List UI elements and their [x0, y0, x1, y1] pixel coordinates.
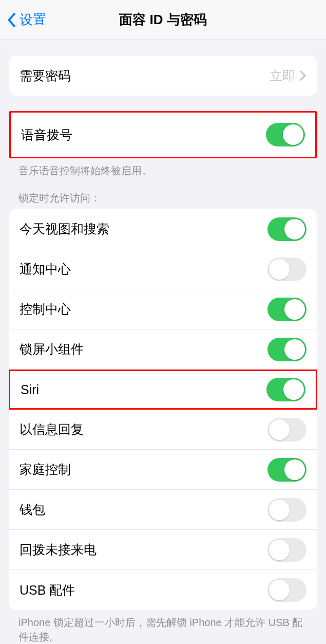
lock-row-4: Siri	[9, 370, 317, 410]
voice-dial-footer: 音乐语音控制将始终被启用。	[0, 158, 326, 178]
lock-row-0: 今天视图和搜索	[9, 209, 317, 249]
lock-row-label: 钱包	[20, 501, 45, 518]
chevron-right-icon	[299, 70, 306, 81]
lock-section-header: 锁定时允许访问：	[0, 178, 326, 209]
require-passcode-value-wrap: 立即	[270, 67, 306, 84]
lock-row-toggle[interactable]	[267, 538, 306, 562]
lock-row-2: 控制中心	[9, 289, 317, 329]
lock-row-toggle[interactable]	[266, 378, 305, 401]
toggle-knob	[284, 299, 305, 320]
lock-row-label: 控制中心	[20, 301, 71, 318]
lock-row-toggle[interactable]	[267, 418, 306, 441]
lock-row-toggle[interactable]	[267, 298, 306, 321]
back-label: 设置	[20, 11, 46, 29]
lock-row-label: 今天视图和搜索	[20, 220, 109, 237]
lock-row-toggle[interactable]	[267, 578, 306, 602]
lock-row-toggle[interactable]	[267, 257, 306, 281]
toggle-knob	[269, 500, 290, 520]
page-title: 面容 ID 与密码	[0, 11, 326, 29]
lock-row-label: 回拨未接来电	[20, 541, 97, 558]
voice-dial-label: 语音拨号	[21, 126, 72, 143]
lock-row-toggle[interactable]	[267, 458, 306, 482]
lock-row-toggle[interactable]	[267, 338, 306, 361]
lock-row-label: 家庭控制	[20, 461, 71, 478]
toggle-knob	[283, 379, 304, 400]
lock-row-label: Siri	[21, 382, 39, 397]
lock-row-toggle[interactable]	[267, 498, 306, 522]
voice-dial-highlight: 语音拨号	[9, 111, 317, 158]
lock-row-label: 锁屏小组件	[20, 341, 84, 358]
navigation-bar: 设置 面容 ID 与密码	[0, 0, 326, 40]
toggle-knob	[284, 459, 305, 480]
toggle-knob	[269, 259, 290, 280]
lock-row-7: 钱包	[9, 490, 317, 530]
toggle-knob	[283, 124, 303, 145]
toggle-knob	[284, 339, 305, 360]
lock-access-group: 今天视图和搜索通知中心控制中心锁屏小组件Siri以信息回复家庭控制钱包回拨未接来…	[9, 209, 317, 610]
require-passcode-label: 需要密码	[20, 67, 71, 84]
require-passcode-value: 立即	[270, 67, 295, 84]
lock-row-3: 锁屏小组件	[9, 329, 317, 370]
back-button[interactable]: 设置	[0, 11, 46, 29]
lock-row-1: 通知中心	[9, 249, 317, 289]
lock-row-8: 回拨未接来电	[9, 530, 317, 570]
lock-row-9: USB 配件	[9, 570, 317, 610]
require-passcode-row[interactable]: 需要密码 立即	[9, 56, 317, 96]
lock-row-label: USB 配件	[20, 582, 75, 599]
voice-dial-toggle[interactable]	[266, 123, 305, 146]
lock-row-5: 以信息回复	[9, 410, 317, 450]
voice-dial-row: 语音拨号	[11, 113, 315, 157]
passcode-group: 需要密码 立即	[9, 56, 317, 96]
lock-row-6: 家庭控制	[9, 450, 317, 490]
lock-row-toggle[interactable]	[267, 217, 306, 241]
toggle-knob	[269, 540, 290, 560]
toggle-knob	[284, 219, 305, 240]
toggle-knob	[269, 419, 290, 440]
lock-row-label: 通知中心	[20, 261, 71, 278]
lock-section-footer: iPhone 锁定超过一小时后，需先解锁 iPhone 才能允许 USB 配件连…	[0, 610, 326, 644]
lock-row-label: 以信息回复	[20, 421, 84, 438]
chevron-left-icon	[6, 12, 16, 28]
toggle-knob	[269, 580, 290, 600]
